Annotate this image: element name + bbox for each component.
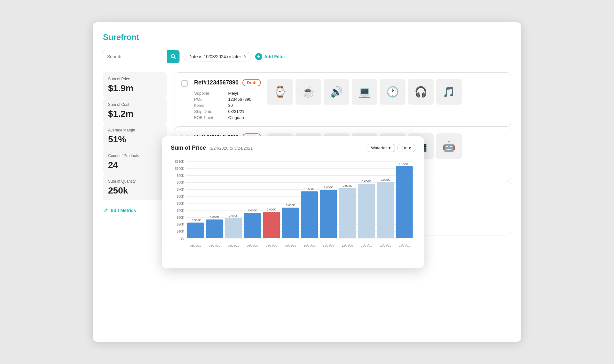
svg-text:02/24/21: 02/24/21 (380, 244, 391, 247)
metric-label: Average Margin (108, 128, 162, 132)
edit-metrics-button[interactable]: Edit Metrics (103, 206, 167, 215)
svg-text:$90K: $90K (177, 174, 185, 178)
product-image: ☕ (295, 79, 321, 105)
metric-card: Sum of Quantity 250k (103, 175, 167, 200)
content-area: Ref#1234567890 Draft Supplier Meiyi PO# … (175, 72, 511, 235)
product-image: 💻 (352, 79, 377, 105)
search-button[interactable] (167, 50, 179, 63)
svg-text:$60K: $60K (177, 195, 185, 198)
chart-area: $110K$100K$90K$80K$70K$60K$50K$40K$30K$2… (171, 158, 415, 261)
svg-text:5,000K: 5,000K (362, 180, 371, 183)
svg-text:$40K: $40K (177, 209, 185, 212)
metric-card: Count of Products 24 (103, 149, 167, 175)
metric-value: $1.9m (108, 83, 162, 93)
metric-label: Count of Products (108, 154, 162, 158)
svg-text:04/24/20: 04/24/20 (209, 244, 220, 247)
metric-card: Average Margin 51% (103, 123, 167, 149)
pencil-icon (103, 208, 108, 213)
metric-value: 51% (108, 134, 162, 145)
product-image: ⌚ (267, 79, 293, 105)
svg-text:03/24/21: 03/24/21 (399, 244, 410, 247)
svg-text:$110K: $110K (175, 160, 184, 163)
svg-text:2,000K: 2,000K (229, 214, 238, 217)
search-input[interactable] (103, 50, 167, 63)
product-image: 🎧 (408, 79, 434, 105)
svg-text:$0: $0 (181, 237, 185, 240)
po-ref: Ref#1234567890 (194, 79, 239, 86)
chart-title: Sum of Price (171, 145, 206, 151)
svg-text:$100K: $100K (175, 167, 184, 170)
status-badge: Draft (242, 79, 261, 86)
po-header: Ref#1234567890 Draft (194, 79, 261, 86)
metric-value: 250k (108, 186, 162, 196)
svg-text:05/24/20: 05/24/20 (228, 244, 239, 247)
svg-text:2,000K: 2,000K (343, 184, 352, 187)
product-image: 🕐 (380, 79, 405, 105)
svg-text:03/24/20: 03/24/20 (190, 244, 201, 247)
product-image: 🤖 (436, 133, 462, 159)
search-icon (170, 54, 176, 59)
svg-text:$30K: $30K (177, 216, 185, 219)
chart-period-chevron: ▾ (409, 146, 411, 150)
svg-text:$20K: $20K (177, 223, 185, 226)
add-filter-button[interactable]: + Add Filter (255, 53, 285, 60)
po-fields: Supplier Meiyi PO# 1234567890 Items 30 S… (194, 91, 261, 120)
svg-line-1 (174, 58, 176, 59)
chart-controls: Waterfall ▾ 1m ▾ (367, 144, 415, 152)
chart-overlay: Sum of Price 3/24/2020 to 3/24/2021 Wate… (162, 136, 424, 268)
main-layout: Sum of Price $1.9m Sum of Cost $1.2m Ave… (103, 72, 511, 235)
app-logo: Surefront (103, 32, 511, 42)
sidebar: Sum of Price $1.9m Sum of Cost $1.2m Ave… (103, 72, 167, 235)
svg-text:18,500K: 18,500K (190, 219, 201, 222)
svg-text:$50K: $50K (177, 202, 185, 205)
chart-header: Sum of Price 3/24/2020 to 3/24/2021 Wate… (171, 144, 415, 152)
svg-text:5,000K: 5,000K (210, 216, 219, 219)
svg-rect-53 (358, 184, 375, 238)
svg-rect-26 (187, 223, 204, 238)
close-filter-icon[interactable]: × (244, 54, 247, 59)
date-filter-chip[interactable]: Date is 10/03/2024 or later × (184, 52, 251, 61)
add-filter-label: Add Filter (264, 54, 285, 59)
add-filter-icon: + (255, 53, 262, 60)
svg-text:5,000K: 5,000K (286, 204, 295, 207)
po-info: Ref#1234567890 Draft Supplier Meiyi PO# … (194, 79, 261, 120)
top-bar: Date is 10/03/2024 or later × + Add Filt… (103, 50, 511, 63)
po-card: Ref#1234567890 Draft Supplier Meiyi PO# … (175, 72, 511, 127)
chart-period-button[interactable]: 1m ▾ (398, 144, 415, 152)
svg-text:11/24/20: 11/24/20 (323, 244, 334, 247)
svg-text:2,000K: 2,000K (324, 186, 333, 189)
metric-value: $1.2m (108, 109, 162, 119)
chart-title-area: Sum of Price 3/24/2020 to 3/24/2021 (171, 145, 253, 151)
metric-value: 24 (108, 160, 162, 170)
chart-svg: $110K$100K$90K$80K$70K$60K$50K$40K$30K$2… (171, 158, 414, 248)
product-image: 🎵 (436, 79, 462, 105)
metric-label: Sum of Cost (108, 102, 162, 107)
po-checkbox[interactable] (181, 80, 188, 87)
product-image: 🔊 (324, 79, 349, 105)
chart-subtitle: 3/24/2020 to 3/24/2021 (210, 146, 253, 151)
chart-type-chevron: ▾ (389, 146, 391, 150)
svg-text:18,500K: 18,500K (399, 162, 410, 166)
svg-text:18,500K: 18,500K (304, 187, 315, 191)
chart-type-button[interactable]: Waterfall ▾ (367, 144, 395, 152)
svg-rect-32 (225, 218, 242, 238)
svg-text:01/24/21: 01/24/21 (361, 244, 372, 247)
svg-rect-29 (206, 219, 223, 238)
svg-text:$70K: $70K (177, 188, 185, 191)
svg-text:1,000K: 1,000K (267, 208, 276, 211)
po-images: ⌚ ☕ 🔊 💻 🕐 🎧 🎵 (267, 79, 462, 105)
svg-text:$80K: $80K (177, 181, 185, 184)
edit-metrics-label: Edit Metrics (111, 208, 136, 213)
metric-card: Sum of Price $1.9m (103, 72, 167, 98)
svg-rect-47 (320, 190, 337, 238)
chart-type-label: Waterfall (371, 146, 387, 150)
svg-rect-38 (263, 212, 280, 238)
metric-label: Sum of Quantity (108, 179, 162, 184)
svg-text:09/24/20: 09/24/20 (285, 244, 296, 247)
svg-text:6,000K: 6,000K (248, 209, 257, 212)
svg-text:08/24/20: 08/24/20 (266, 244, 277, 247)
svg-rect-56 (377, 182, 394, 238)
app-container: Surefront Date is 10/03/2024 or later × … (93, 22, 521, 342)
svg-rect-41 (282, 208, 299, 238)
metric-card: Sum of Cost $1.2m (103, 98, 167, 123)
